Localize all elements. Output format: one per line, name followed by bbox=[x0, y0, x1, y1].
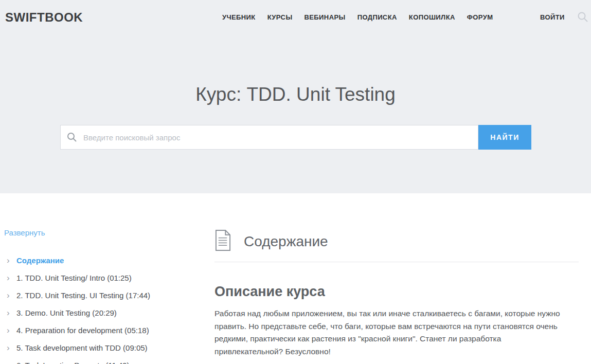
page-title: Курс: TDD. Unit Testing bbox=[0, 84, 591, 105]
login-link[interactable]: ВОЙТИ bbox=[540, 13, 565, 21]
course-description-heading: Описание курса bbox=[214, 284, 325, 300]
course-description-text: Работая над любым приложением, вы так ил… bbox=[214, 307, 562, 358]
search-input[interactable] bbox=[61, 125, 478, 149]
document-icon bbox=[214, 230, 231, 253]
nav-item-kursy[interactable]: КУРСЫ bbox=[267, 13, 293, 21]
toc-item-6[interactable]: › 6. Task Location Property (11:49) bbox=[4, 356, 210, 364]
toc-item-2[interactable]: › 2. TDD. Unit Testing. UI Testing (17:4… bbox=[4, 286, 210, 304]
search-bar: НАЙТИ bbox=[60, 125, 531, 150]
toc-item-soderzhanie[interactable]: › Содержание bbox=[4, 251, 210, 269]
section-title: Содержание bbox=[244, 233, 328, 250]
chevron-right-icon: › bbox=[4, 274, 16, 282]
chevron-right-icon: › bbox=[4, 256, 16, 265]
top-gray-zone: SWIFTBOOK УЧЕБНИК КУРСЫ ВЕБИНАРЫ ПОДПИСК… bbox=[0, 0, 591, 193]
search-box bbox=[60, 125, 478, 150]
chevron-right-icon: › bbox=[4, 343, 16, 352]
nav-item-uchebnik[interactable]: УЧЕБНИК bbox=[222, 13, 256, 21]
header: SWIFTBOOK УЧЕБНИК КУРСЫ ВЕБИНАРЫ ПОДПИСК… bbox=[0, 0, 591, 37]
toc-item-5[interactable]: › 5. Task development with TDD (09:05) bbox=[4, 339, 210, 356]
logo[interactable]: SWIFTBOOK bbox=[5, 10, 83, 25]
main-nav: УЧЕБНИК КУРСЫ ВЕБИНАРЫ ПОДПИСКА КОПОШИЛК… bbox=[222, 13, 493, 21]
nav-item-vebinary[interactable]: ВЕБИНАРЫ bbox=[305, 13, 346, 21]
nav-item-forum[interactable]: ФОРУМ bbox=[467, 13, 493, 21]
toc-item-4[interactable]: › 4. Preparation for development (05:18) bbox=[4, 321, 210, 339]
nav-item-podpiska[interactable]: ПОДПИСКА bbox=[357, 13, 397, 21]
page: SWIFTBOOK УЧЕБНИК КУРСЫ ВЕБИНАРЫ ПОДПИСК… bbox=[0, 0, 591, 364]
section-header: Содержание bbox=[214, 230, 328, 253]
chevron-right-icon: › bbox=[4, 308, 16, 317]
search-submit-button[interactable]: НАЙТИ bbox=[478, 125, 531, 150]
toc-item-1[interactable]: › 1. TDD. Unit Testing/ Intro (01:25) bbox=[4, 269, 210, 286]
chevron-right-icon: › bbox=[4, 326, 16, 335]
nav-item-koposhilka[interactable]: КОПОШИЛКА bbox=[409, 13, 455, 21]
divider bbox=[214, 262, 579, 262]
chevron-right-icon: › bbox=[4, 361, 16, 364]
toc-item-3[interactable]: › 3. Demo. Unit Testing (20:29) bbox=[4, 304, 210, 321]
toc-list: › Содержание › 1. TDD. Unit Testing/ Int… bbox=[4, 251, 210, 364]
search-icon[interactable] bbox=[577, 11, 588, 23]
expand-all-link[interactable]: Развернуть bbox=[4, 228, 45, 237]
chevron-right-icon: › bbox=[4, 291, 16, 300]
